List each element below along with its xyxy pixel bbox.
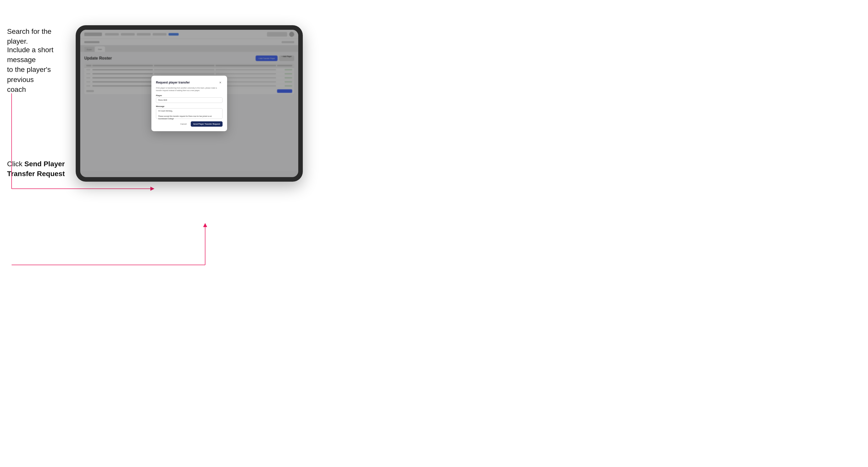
svg-marker-5 xyxy=(203,223,207,227)
tablet-screen: Roster Stats Update Roster + Add Transfe… xyxy=(80,30,298,177)
message-field-container: Message Hi Coach McHarg,Please accept th… xyxy=(156,105,222,119)
annotation-click: Click Send Player Transfer Request xyxy=(7,159,73,179)
modal-overlay: Request player transfer × If the player … xyxy=(80,30,298,177)
message-label: Message xyxy=(156,105,222,107)
modal-header: Request player transfer × xyxy=(156,80,222,85)
send-transfer-request-button[interactable]: Send Player Transfer Request xyxy=(191,121,222,127)
annotation-message: Include a short messageto the player's p… xyxy=(7,45,70,94)
message-textarea[interactable]: Hi Coach McHarg,Please accept this trans… xyxy=(156,108,222,119)
player-field-container: Player Rees Britt xyxy=(156,94,222,103)
modal-description: If the player is transferring from anoth… xyxy=(156,87,222,92)
modal-close-button[interactable]: × xyxy=(218,80,222,85)
tablet-device: Roster Stats Update Roster + Add Transfe… xyxy=(76,25,303,182)
annotation-search: Search for the player. xyxy=(7,27,71,46)
modal-dialog: Request player transfer × If the player … xyxy=(151,76,227,131)
modal-title: Request player transfer xyxy=(156,81,190,84)
cancel-button[interactable]: Cancel xyxy=(178,122,189,126)
svg-marker-2 xyxy=(150,187,154,191)
player-input[interactable]: Rees Britt xyxy=(156,97,222,103)
player-label: Player xyxy=(156,94,222,97)
modal-footer: Cancel Send Player Transfer Request xyxy=(156,121,222,127)
